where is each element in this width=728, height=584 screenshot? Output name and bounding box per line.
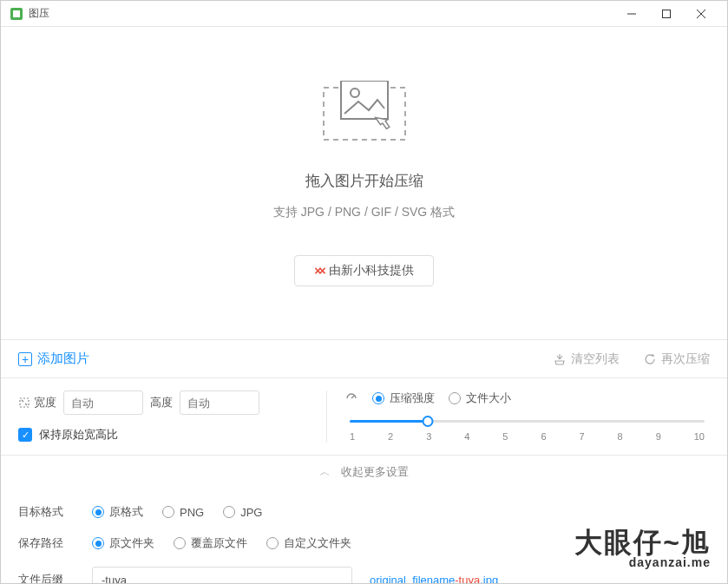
provider-label: 由新小科技提供 xyxy=(329,263,414,279)
collapse-label: 收起更多设置 xyxy=(341,465,409,478)
checkbox-icon: ✓ xyxy=(18,428,32,442)
svg-rect-1 xyxy=(13,10,20,17)
strength-slider[interactable]: 12345678910 xyxy=(350,420,705,442)
mode-filesize-label: 文件大小 xyxy=(466,390,511,406)
slider-ticks: 12345678910 xyxy=(350,431,705,442)
minimize-button[interactable] xyxy=(614,2,649,26)
radio-icon xyxy=(223,506,235,518)
keep-ratio-checkbox[interactable]: ✓ 保持原始宽高比 xyxy=(18,427,326,443)
keep-ratio-label: 保持原始宽高比 xyxy=(39,427,118,443)
radio-icon xyxy=(162,506,174,518)
action-bar: + 添加图片 清空列表 再次压缩 xyxy=(1,339,727,377)
dimension-settings: 宽度 高度 ✓ 保持原始宽高比 xyxy=(18,390,326,443)
svg-rect-7 xyxy=(341,81,388,119)
drop-image-icon xyxy=(317,81,412,149)
window-title: 图压 xyxy=(29,6,49,21)
width-input[interactable] xyxy=(63,390,143,415)
collapse-toggle[interactable]: ︿ 收起更多设置 xyxy=(1,455,727,489)
radio-icon xyxy=(266,537,279,549)
compress-icon xyxy=(344,391,358,405)
drop-title: 拖入图片开始压缩 xyxy=(305,171,423,191)
save-original-radio[interactable]: 原文件夹 xyxy=(92,535,154,551)
provider-button[interactable]: ×× 由新小科技提供 xyxy=(294,255,433,286)
refresh-icon xyxy=(644,353,656,365)
radio-icon xyxy=(449,392,461,404)
app-icon xyxy=(10,7,23,21)
compress-settings: 压缩强度 文件大小 12345678910 xyxy=(326,390,710,443)
drop-zone[interactable]: 拖入图片开始压缩 支持 JPG / PNG / GIF / SVG 格式 ×× … xyxy=(1,27,727,339)
expand-icon xyxy=(18,397,30,409)
radio-icon xyxy=(92,506,104,518)
close-button[interactable] xyxy=(684,2,718,26)
suffix-label: 文件后缀 xyxy=(18,572,92,584)
add-image-button[interactable]: + 添加图片 xyxy=(18,351,89,367)
clear-list-label: 清空列表 xyxy=(571,351,620,367)
add-image-label: 添加图片 xyxy=(37,351,89,367)
format-png-radio[interactable]: PNG xyxy=(162,506,204,519)
plus-icon: + xyxy=(18,352,32,366)
mode-filesize-radio[interactable]: 文件大小 xyxy=(449,390,511,406)
svg-rect-9 xyxy=(20,398,29,407)
settings-row: 宽度 高度 ✓ 保持原始宽高比 压缩强度 文件大小 12345678 xyxy=(1,377,727,455)
recompress-button[interactable]: 再次压缩 xyxy=(644,351,710,367)
mode-strength-label: 压缩强度 xyxy=(390,390,435,406)
suffix-input[interactable] xyxy=(92,567,352,584)
radio-icon xyxy=(92,537,104,549)
clear-list-button[interactable]: 清空列表 xyxy=(554,351,620,367)
format-original-radio[interactable]: 原格式 xyxy=(92,504,143,520)
height-input[interactable] xyxy=(180,390,259,415)
clear-icon xyxy=(554,353,566,365)
mode-strength-radio[interactable]: 压缩强度 xyxy=(372,390,435,406)
width-label: 宽度 xyxy=(18,395,56,410)
title-bar: 图压 xyxy=(1,1,727,27)
radio-icon xyxy=(174,537,186,549)
height-label: 高度 xyxy=(150,395,173,410)
more-settings: 目标格式 原格式 PNG JPG 保存路径 原文件夹 覆盖原文件 自定义文件夹 … xyxy=(1,489,727,584)
save-custom-radio[interactable]: 自定义文件夹 xyxy=(266,535,351,551)
drop-subtitle: 支持 JPG / PNG / GIF / SVG 格式 xyxy=(273,205,455,220)
chevron-up-icon: ︿ xyxy=(319,464,331,480)
provider-icon: ×× xyxy=(314,264,323,278)
save-overwrite-radio[interactable]: 覆盖原文件 xyxy=(174,535,247,551)
suffix-preview: original_filename-tuya.jpg xyxy=(370,574,498,585)
svg-rect-3 xyxy=(663,10,671,17)
format-jpg-radio[interactable]: JPG xyxy=(223,506,262,519)
radio-icon xyxy=(372,392,384,404)
maximize-button[interactable] xyxy=(649,2,684,26)
save-label: 保存路径 xyxy=(18,535,92,551)
format-label: 目标格式 xyxy=(18,504,92,520)
recompress-label: 再次压缩 xyxy=(661,351,710,367)
